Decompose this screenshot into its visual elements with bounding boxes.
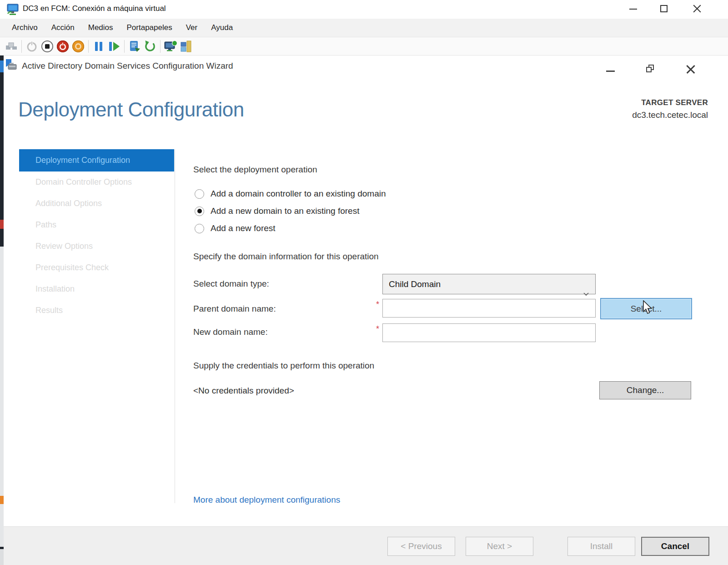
- target-server-block: TARGET SERVER dc3.tech.cetec.local: [632, 98, 708, 120]
- power-icon[interactable]: [24, 39, 40, 54]
- revert-icon[interactable]: [142, 39, 158, 54]
- change-button-label: Change...: [627, 385, 664, 395]
- toolbar-separator: [88, 40, 89, 53]
- maximize-button[interactable]: [654, 1, 675, 16]
- new-domain-label: New domain name:: [193, 327, 268, 337]
- adds-wizard-icon: [5, 58, 18, 72]
- shutdown-icon[interactable]: [55, 39, 70, 54]
- menu-accion[interactable]: Acción: [51, 23, 75, 32]
- next-button-label: Next >: [487, 541, 512, 551]
- vm-window-titlebar: DC3 en FCM: Conexión a máquina virtual: [0, 0, 728, 19]
- parent-domain-input[interactable]: [382, 299, 596, 318]
- vm-window-title: DC3 en FCM: Conexión a máquina virtual: [23, 4, 166, 13]
- radio-row-new-forest: Add a new forest: [195, 223, 276, 233]
- sidebar-item-domain-controller-options: Domain Controller Options: [19, 172, 174, 193]
- sidebar-item-results: Results: [19, 300, 174, 321]
- domain-type-label: Select domain type:: [193, 279, 269, 289]
- network-settings-icon[interactable]: [178, 39, 194, 54]
- domain-info-heading: Specify the domain information for this …: [193, 252, 379, 262]
- required-marker: *: [376, 324, 379, 334]
- more-about-deployment-link[interactable]: More about deployment configurations: [193, 495, 340, 505]
- toolbar-separator: [160, 40, 161, 53]
- wizard-minimize-button[interactable]: [606, 55, 627, 76]
- save-state-icon[interactable]: [70, 39, 86, 54]
- domain-type-value: Child Domain: [389, 279, 441, 289]
- wizard-restore-button[interactable]: [646, 62, 667, 77]
- pause-icon[interactable]: [91, 39, 106, 54]
- previous-button-label: < Previous: [401, 541, 442, 551]
- menu-archivo[interactable]: Archivo: [12, 23, 38, 32]
- minimize-button[interactable]: [623, 1, 644, 16]
- checkpoint-icon[interactable]: [127, 39, 142, 54]
- toolbar-separator: [124, 40, 125, 53]
- mouse-cursor: [642, 300, 653, 317]
- menu-bar: Archivo Acción Medios Portapapeles Ver A…: [0, 19, 728, 37]
- page-title: Deployment Configuration: [18, 98, 244, 121]
- domain-type-dropdown[interactable]: Child Domain: [382, 274, 596, 294]
- sidebar-item-prerequisites-check: Prerequisites Check: [19, 257, 174, 278]
- radio-label[interactable]: Add a new domain to an existing forest: [211, 206, 359, 216]
- sidebar-item-installation: Installation: [19, 278, 174, 300]
- target-server-value: dc3.tech.cetec.local: [632, 110, 708, 120]
- enhanced-session-icon[interactable]: [163, 39, 178, 54]
- sidebar-divider: [175, 149, 175, 503]
- radio-add-new-domain-existing-forest[interactable]: [195, 207, 204, 216]
- parent-domain-label: Parent domain name:: [193, 304, 276, 314]
- close-button[interactable]: [687, 1, 708, 16]
- radio-add-dc-existing-domain[interactable]: [195, 189, 204, 199]
- sidebar-item-deployment-configuration[interactable]: Deployment Configuration: [19, 149, 174, 172]
- step-icon[interactable]: [106, 39, 122, 54]
- install-button[interactable]: Install: [567, 537, 635, 556]
- install-button-label: Install: [590, 541, 613, 551]
- menu-ver[interactable]: Ver: [186, 23, 198, 32]
- target-server-label: TARGET SERVER: [632, 98, 708, 107]
- wizard-title: Active Directory Domain Services Configu…: [22, 61, 233, 71]
- next-button[interactable]: Next >: [466, 537, 533, 556]
- wizard-titlebar: Active Directory Domain Services Configu…: [4, 55, 728, 77]
- new-domain-input[interactable]: [382, 323, 596, 342]
- radio-add-new-forest[interactable]: [195, 224, 204, 233]
- credentials-heading: Supply the credentials to perform this o…: [193, 361, 374, 371]
- wizard-close-button[interactable]: [683, 62, 704, 77]
- required-marker: *: [376, 300, 379, 309]
- cancel-button[interactable]: Cancel: [641, 537, 709, 556]
- radio-label[interactable]: Add a domain controller to an existing d…: [211, 189, 386, 199]
- vm-toolbar: [0, 37, 728, 55]
- stop-icon[interactable]: [40, 39, 55, 54]
- menu-portapapeles[interactable]: Portapapeles: [127, 23, 172, 32]
- credentials-status: <No credentials provided>: [193, 386, 294, 396]
- sidebar-item-paths: Paths: [19, 214, 174, 236]
- sidebar-item-additional-options: Additional Options: [19, 193, 174, 214]
- menu-ayuda[interactable]: Ayuda: [211, 23, 233, 32]
- wizard-step-list: Deployment Configuration Domain Controll…: [19, 149, 174, 321]
- toolbar-separator: [21, 40, 22, 53]
- previous-button[interactable]: < Previous: [387, 537, 455, 556]
- radio-label[interactable]: Add a new forest: [211, 223, 276, 233]
- vm-monitor-icon: [5, 3, 19, 16]
- radio-row-new-domain-existing-forest: Add a new domain to an existing forest: [195, 206, 359, 216]
- ctrl-alt-del-icon[interactable]: [4, 39, 19, 54]
- cancel-button-label: Cancel: [661, 541, 689, 551]
- menu-medios[interactable]: Medios: [88, 23, 113, 32]
- sidebar-item-review-options: Review Options: [19, 236, 174, 257]
- operation-heading: Select the deployment operation: [193, 165, 317, 175]
- radio-row-existing-domain: Add a domain controller to an existing d…: [195, 189, 386, 199]
- change-credentials-button[interactable]: Change...: [599, 381, 691, 399]
- desktop-edge-strip: [0, 55, 4, 565]
